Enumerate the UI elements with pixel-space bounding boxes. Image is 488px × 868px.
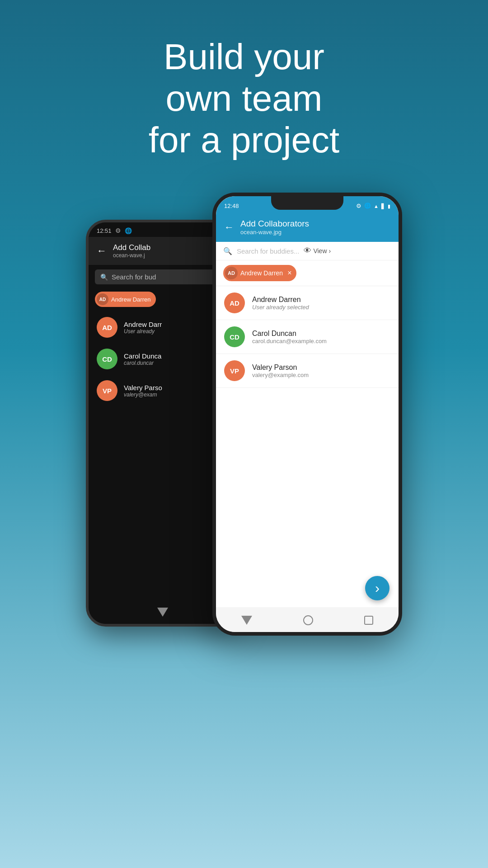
user-already-selected-label: User already selected [252,304,309,311]
left-search-bar[interactable]: 🔍 Search for bud [95,269,230,284]
left-gear-icon [115,227,121,234]
right-app-title: Add Collaborators [240,219,390,229]
avatar: AD [224,292,245,313]
right-home-nav-icon[interactable] [303,615,313,625]
left-user-info-1: Andrew Darr User already [124,321,162,335]
fab-next-button[interactable]: › [365,576,389,600]
left-user-info-3: Valery Parso valery@exam [124,384,162,398]
left-app-subtitle: ocean-wave.j [113,252,150,259]
phones-container: 12:51 ← Add Collab ocean-wave.j 🔍 Search… [0,193,488,636]
list-item[interactable]: AD Andrew Darren User already selected [216,286,399,320]
right-battery-icon [388,203,390,209]
user-name: Carol Dunca [124,352,161,360]
right-search-placeholder: Search for buddies... [237,247,299,255]
right-chip-label: Andrew Darren [240,269,283,277]
left-search-placeholder: Search for bud [112,273,156,281]
right-search-bar[interactable]: 🔍 Search for buddies... 👁 View › [216,242,399,260]
right-wifi-icon [374,203,379,209]
view-toggle-button[interactable]: 👁 View › [304,246,331,255]
view-label: View [313,247,327,255]
chip-remove-button[interactable]: × [287,269,291,277]
right-chip-row: AD Andrew Darren × [216,260,399,286]
phone-right: 12:48 ⚙ 🌐 ← Add Collaborators ocean-wave… [212,193,402,636]
headline-line1: Build your [164,37,324,77]
avatar: VP [224,360,245,381]
right-notch [271,196,343,210]
right-user-info-3: Valery Parson valery@example.com [252,363,309,378]
user-sub: User already [124,328,162,335]
left-chip-label: Andrew Darren [111,296,150,303]
user-name: Andrew Darren [252,296,309,304]
left-back-button[interactable]: ← [97,245,107,257]
right-screen-body: 🔍 Search for buddies... 👁 View › AD Andr… [216,242,399,607]
eye-icon: 👁 [304,246,311,255]
right-nav-bar [216,609,399,632]
left-selected-chip[interactable]: AD Andrew Darren [95,292,156,307]
right-globe-icon: 🌐 [364,203,371,209]
right-back-nav-icon[interactable] [241,616,252,625]
list-item[interactable]: CD Carol Duncan carol.duncan@example.com [216,320,399,354]
left-user-info-2: Carol Dunca carol.duncar [124,352,161,366]
left-app-bar-info: Add Collab ocean-wave.j [113,243,150,259]
user-name: Valery Parson [252,363,309,372]
left-chip-avatar: AD [97,293,108,305]
left-globe-icon [125,227,132,234]
user-email: valery@example.com [252,372,309,378]
user-name: Carol Duncan [252,330,327,338]
chevron-right-icon: › [375,580,380,596]
right-app-bar-info: Add Collaborators ocean-wave.jpg [240,219,390,236]
user-name: Valery Parso [124,384,162,392]
avatar: AD [97,317,117,338]
left-search-icon: 🔍 [100,274,108,281]
chevron-right-icon: › [329,247,331,255]
avatar: CD [224,326,245,347]
user-name: Andrew Darr [124,321,162,328]
user-sub: carol.duncar [124,360,161,366]
right-user-info-2: Carol Duncan carol.duncan@example.com [252,330,327,344]
right-chip-avatar: AD [225,267,238,279]
headline: Build your own team for a project [122,36,366,161]
left-app-title: Add Collab [113,243,150,252]
right-app-bar: ← Add Collaborators ocean-wave.jpg [216,213,399,242]
right-search-icon: 🔍 [223,247,232,255]
avatar: CD [97,349,117,369]
right-recents-nav-icon[interactable] [364,616,373,625]
left-back-nav-icon[interactable] [157,608,168,617]
user-email: carol.duncan@example.com [252,338,327,344]
right-user-list: AD Andrew Darren User already selected C… [216,286,399,388]
list-item[interactable]: VP Valery Parson valery@example.com [216,354,399,388]
headline-line2: own team [166,78,323,118]
right-selected-chip[interactable]: AD Andrew Darren × [223,265,296,281]
right-user-info-1: Andrew Darren User already selected [252,296,309,311]
headline-line3: for a project [149,120,339,160]
right-status-icons: ⚙ 🌐 [356,203,390,209]
right-gear-icon: ⚙ [356,203,361,209]
right-back-button[interactable]: ← [224,222,234,233]
avatar: VP [97,380,117,401]
right-time: 12:48 [224,203,239,209]
user-sub: valery@exam [124,392,162,398]
left-time: 12:51 [97,227,112,234]
right-signal-icon [381,203,385,209]
right-app-subtitle: ocean-wave.jpg [240,229,390,236]
